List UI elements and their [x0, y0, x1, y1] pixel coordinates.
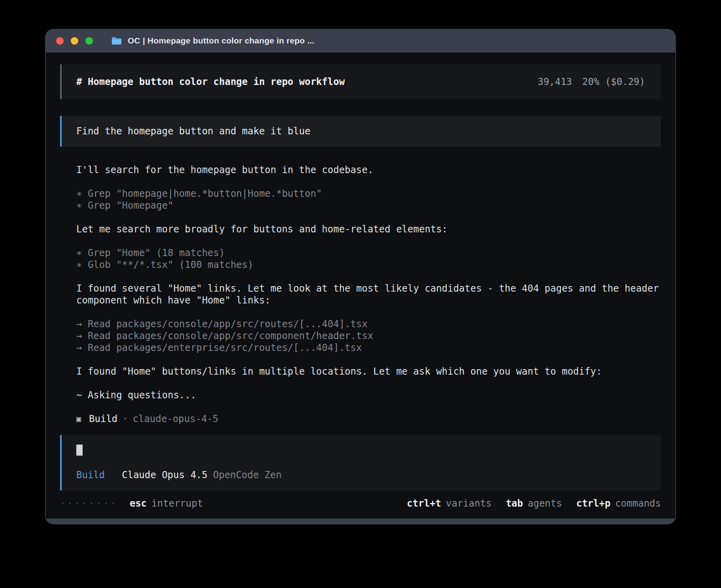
agent-separator: ·	[122, 413, 128, 425]
esc-key-hint: esc	[130, 498, 147, 509]
shortcut-variants: ctrl+t variants	[407, 498, 491, 509]
session-header: # Homepage button color change in repo w…	[60, 64, 661, 99]
tool-call: → Read packages/console/app/src/routes/[…	[76, 318, 661, 330]
assistant-text: I'll search for the homepage button in t…	[76, 164, 661, 176]
tool-call: ∗ Grep "homepage|home.*button|Home.*butt…	[76, 188, 661, 200]
shortcut-key: ctrl+p	[576, 498, 611, 509]
esc-key-label: interrupt	[151, 498, 203, 509]
tool-call: → Read packages/console/app/src/componen…	[76, 330, 661, 342]
input-provider: OpenCode Zen	[213, 469, 281, 481]
tool-call: ∗ Grep "Home" (18 matches)	[76, 247, 661, 259]
shortcut-label: agents	[528, 498, 562, 509]
shortcut-commands: ctrl+p commands	[576, 498, 661, 509]
assistant-text: I found "Home" buttons/links in multiple…	[76, 366, 661, 377]
tool-call: ∗ Grep "Homepage"	[76, 200, 661, 211]
window-title: OC | Homepage button color change in rep…	[128, 36, 314, 45]
tool-call: ∗ Glob "**/*.tsx" (100 matches)	[76, 259, 661, 271]
close-button[interactable]	[56, 37, 64, 45]
status-bar: ········ esc interrupt ctrl+t variants t…	[60, 498, 661, 509]
tool-calls-grep: ∗ Grep "homepage|home.*button|Home.*butt…	[76, 188, 661, 211]
user-message-text: Find the homepage button and make it blu…	[76, 126, 310, 137]
shortcut-label: commands	[615, 498, 661, 509]
tool-calls-read: → Read packages/console/app/src/routes/[…	[76, 318, 661, 354]
conversation: I'll search for the homepage button in t…	[60, 164, 661, 425]
agent-model: claude-opus-4-5	[133, 413, 219, 425]
session-title: # Homepage button color change in repo w…	[76, 76, 345, 88]
assistant-text: I found several "Home" links. Let me loo…	[76, 283, 661, 306]
shortcut-key: tab	[506, 498, 523, 509]
statusbar-left: ········ esc interrupt	[60, 498, 203, 509]
shortcut-agents: tab agents	[506, 498, 562, 509]
terminal-content[interactable]: # Homepage button color change in repo w…	[46, 53, 675, 518]
input-footer: Build Claude Opus 4.5 OpenCode Zen	[76, 469, 645, 481]
text-cursor	[76, 445, 83, 456]
terminal-window: OC | Homepage button color change in rep…	[45, 29, 676, 524]
folder-icon	[111, 36, 122, 45]
agent-badge-icon: ▣	[76, 413, 81, 425]
agent-name: Build	[89, 413, 117, 425]
asking-status: ~ Asking questions...	[76, 389, 661, 401]
traffic-lights	[56, 37, 93, 45]
shortcut-label: variants	[446, 498, 492, 509]
title-bar: OC | Homepage button color change in rep…	[45, 29, 676, 53]
context-usage: 20% ($0.29)	[582, 76, 645, 88]
session-stats: 39,413 20% ($0.29)	[538, 76, 645, 88]
input-model[interactable]: Claude Opus 4.5	[122, 469, 208, 481]
statusbar-right: ctrl+t variants tab agents ctrl+p comman…	[407, 498, 661, 509]
tool-call: → Read packages/enterprise/src/routes/[.…	[76, 342, 661, 354]
minimize-button[interactable]	[71, 37, 78, 45]
input-mode[interactable]: Build	[76, 469, 105, 481]
progress-dots-icon: ········	[60, 498, 118, 509]
shortcut-key: ctrl+t	[407, 498, 441, 509]
token-count: 39,413	[538, 76, 572, 88]
zoom-button[interactable]	[85, 37, 93, 45]
tool-calls-search: ∗ Grep "Home" (18 matches) ∗ Glob "**/*.…	[76, 247, 661, 271]
prompt-input[interactable]: Build Claude Opus 4.5 OpenCode Zen	[60, 435, 661, 490]
agent-line: ▣ Build · claude-opus-4-5	[76, 413, 661, 425]
user-message: Find the homepage button and make it blu…	[60, 116, 661, 147]
assistant-text: Let me search more broadly for buttons a…	[76, 223, 661, 235]
